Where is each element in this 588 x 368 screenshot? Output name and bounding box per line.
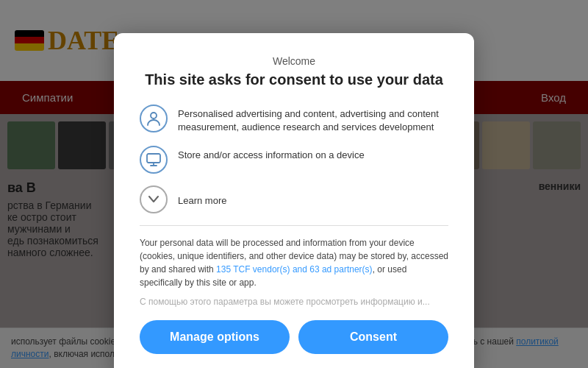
learn-more-item[interactable]: Learn more xyxy=(140,185,448,213)
faded-line: С помощью этого параметра вы можете прос… xyxy=(140,297,448,307)
modal-buttons: Manage options Consent xyxy=(140,320,448,354)
consent-item-store: Store and/or access information on a dev… xyxy=(140,146,448,174)
svg-rect-1 xyxy=(147,154,160,163)
person-icon xyxy=(140,105,168,132)
manage-options-button[interactable]: Manage options xyxy=(140,320,290,354)
consent-button[interactable]: Consent xyxy=(298,320,448,354)
consent-item-advertising: Personalised advertising and content, ad… xyxy=(140,105,448,134)
svg-point-0 xyxy=(151,113,157,118)
modal-title: This site asks for consent to use your d… xyxy=(140,71,448,88)
body-text: Your personal data will be processed and… xyxy=(140,236,448,289)
consent-text-store: Store and/or access information on a dev… xyxy=(178,146,365,162)
consent-modal: Welcome This site asks for consent to us… xyxy=(114,33,474,368)
vendor-link[interactable]: 135 TCF vendor(s) and 63 ad partner(s) xyxy=(216,264,373,275)
chevron-down-icon[interactable] xyxy=(140,185,168,213)
learn-more-label[interactable]: Learn more xyxy=(178,191,226,208)
divider xyxy=(140,225,448,226)
consent-text-advertising: Personalised advertising and content, ad… xyxy=(178,105,448,134)
monitor-icon xyxy=(140,146,168,174)
modal-welcome-label: Welcome xyxy=(140,55,448,67)
